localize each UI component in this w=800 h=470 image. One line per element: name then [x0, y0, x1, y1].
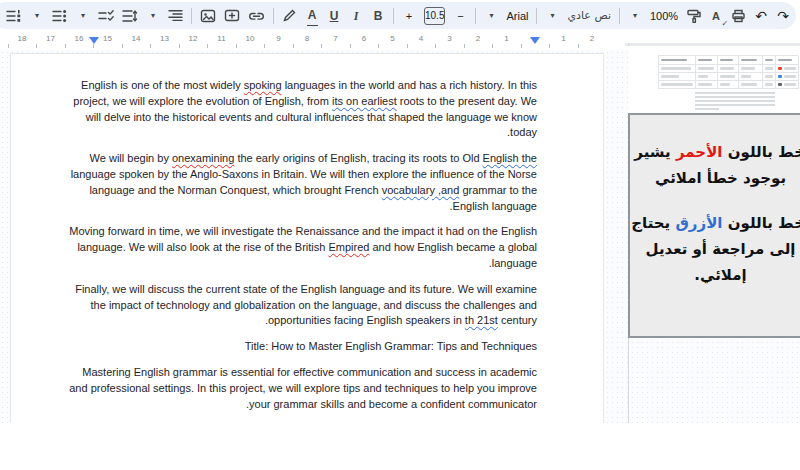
text-run: language. We will also look at the rise …: [77, 241, 328, 253]
print-button[interactable]: [731, 6, 746, 26]
text-run: .English language: [450, 200, 537, 212]
ruler-number: 15: [103, 34, 112, 43]
add-comment-button[interactable]: [224, 6, 240, 26]
text-color-swatch: [307, 25, 318, 26]
ruler-tick: [179, 44, 180, 48]
ruler-tick: [435, 44, 436, 48]
document-line: We will begin by onexamining the early o…: [37, 151, 537, 167]
pen-icon: [282, 9, 297, 23]
ruler-tick: [236, 44, 237, 48]
toolbar-separator: [191, 8, 192, 24]
ruler[interactable]: 18171615141312111098765432112: [0, 31, 612, 50]
text-run: .language: [489, 257, 537, 269]
text-run: and how English became a global: [369, 241, 537, 253]
decrease-font-size-button[interactable]: −: [453, 6, 467, 26]
text-color-button[interactable]: A: [305, 6, 319, 26]
placeholder-line: [695, 104, 775, 106]
italic-button[interactable]: I: [349, 6, 363, 26]
undo-button[interactable]: ↶: [754, 6, 768, 26]
font-size-input[interactable]: 10.5: [424, 7, 445, 25]
legend-note-box[interactable]: خط باللون الأحمر يشيربوجود خطأ املائيخط …: [628, 113, 800, 338]
toolbar-separator: [619, 8, 620, 24]
marked-text-run: spoking: [244, 79, 282, 91]
placeholder-bar: [698, 59, 712, 62]
paint-format-button[interactable]: [686, 6, 701, 26]
numbered-list-button[interactable]: [6, 6, 22, 26]
line-spacing-icon: [122, 9, 138, 23]
placeholder-bar: [741, 75, 751, 78]
page-preview[interactable]: [628, 46, 800, 119]
increase-font-size-button[interactable]: +: [402, 6, 416, 26]
zoom-dropdown-caret[interactable]: ▾: [628, 6, 642, 26]
ruler-number: 18: [18, 34, 27, 43]
underline-button[interactable]: U: [327, 6, 341, 26]
line-spacing-button[interactable]: [122, 6, 138, 26]
note-line: خط باللون الأحمر يشير: [636, 139, 800, 165]
placeholder-bar: [778, 59, 792, 62]
bold-button[interactable]: B: [371, 6, 385, 26]
placeholder-bar: [698, 83, 712, 86]
document-line: the impact of technology and globalizati…: [37, 298, 537, 314]
document-line: .your grammar skills and become a confid…: [37, 397, 537, 413]
text-run: .today: [507, 126, 537, 138]
ruler-number: 3: [447, 34, 451, 43]
document-line: will delve into the historical events an…: [37, 110, 537, 126]
preview-table-header-cell: [718, 56, 739, 65]
ruler-number: 14: [132, 34, 141, 43]
indent-marker[interactable]: [530, 37, 540, 44]
paragraph-style-selector[interactable]: نص عادي: [567, 6, 610, 26]
preview-table-cell: [696, 65, 718, 73]
zoom-selector[interactable]: 100%: [650, 6, 678, 26]
insert-link-button[interactable]: [248, 6, 265, 26]
placeholder-bar: [765, 83, 773, 86]
text-run: Moving forward in time, we will investig…: [69, 225, 537, 237]
indent-marker[interactable]: [89, 37, 99, 44]
font-name-selector[interactable]: Arial: [506, 6, 528, 26]
document-line: Moving forward in time, we will investig…: [37, 224, 537, 240]
spellcheck-button[interactable]: A ✓: [709, 6, 723, 26]
preview-table-cell: [763, 65, 776, 73]
text-run: language spoken by the Anglo-Saxons in B…: [71, 168, 537, 180]
placeholder-bar: [720, 67, 734, 70]
preview-table-cell: [659, 73, 696, 81]
text-run: .your grammar skills and become a confid…: [246, 398, 537, 410]
toolbar-separator: [475, 8, 476, 24]
status-color-icon: [778, 75, 782, 79]
insert-link-icon: [248, 9, 265, 23]
ruler-tick: [549, 44, 550, 48]
text-run: the impact of technology and globalizati…: [91, 299, 537, 311]
marked-text-run: الأحمر: [676, 143, 723, 161]
document-page[interactable]: English is one of the most widely spokin…: [10, 53, 604, 423]
text-run: We will begin by: [90, 152, 172, 164]
placeholder-bar: [720, 75, 735, 78]
preview-table-cell: [718, 65, 739, 73]
preview-table-cell: [659, 65, 696, 73]
placeholder-bar: [720, 59, 733, 62]
style-dropdown-caret[interactable]: ▾: [545, 6, 559, 26]
preview-table-header-cell: [696, 56, 718, 65]
pen-button[interactable]: [282, 6, 297, 26]
preview-table-cell: [696, 73, 718, 81]
insert-image-button[interactable]: [200, 6, 216, 26]
paragraph: Moving forward in time, we will investig…: [37, 224, 537, 271]
placeholder-bar: [661, 75, 679, 78]
bulleted-list-button[interactable]: [52, 6, 68, 26]
marked-text-run: Empired: [328, 241, 369, 253]
numbered-list-dropdown[interactable]: ▾: [30, 6, 44, 26]
checklist-button[interactable]: [98, 6, 114, 26]
document-text[interactable]: English is one of the most widely spokin…: [11, 54, 603, 412]
text-run: يشير: [634, 143, 676, 161]
line-spacing-dropdown[interactable]: ▾: [146, 6, 160, 26]
ruler-tick: [36, 44, 37, 48]
align-right-button[interactable]: [168, 6, 183, 26]
text-run: خط باللون: [722, 143, 800, 161]
ruler-tick: [122, 44, 123, 48]
font-dropdown-caret[interactable]: ▾: [484, 6, 498, 26]
ruler-number: 9: [276, 34, 280, 43]
bulleted-list-dropdown[interactable]: ▾: [76, 6, 90, 26]
ruler-number: 8: [305, 34, 309, 43]
ruler-tick: [207, 44, 208, 48]
ruler-tick: [293, 44, 294, 48]
text-run: languages in the world and has a rich hi…: [282, 79, 537, 91]
redo-button[interactable]: ↷: [776, 6, 790, 26]
